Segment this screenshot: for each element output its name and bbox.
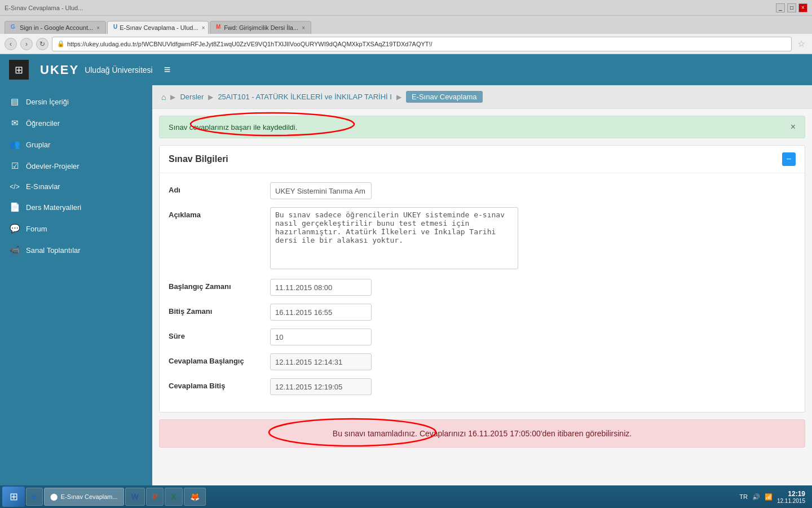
card-collapse-button[interactable]: − bbox=[782, 152, 796, 166]
tab-esnav[interactable]: U E-Sınav Cevaplama - Ulud... × bbox=[107, 21, 209, 34]
gmail-tab-close[interactable]: × bbox=[302, 25, 305, 31]
tray-network-icon: 📶 bbox=[765, 493, 773, 501]
gmail-tab-label: Fwd: Girişimcilik Dersi İla... bbox=[224, 24, 298, 31]
hamburger-button[interactable]: ≡ bbox=[164, 63, 171, 76]
lock-icon: 🔒 bbox=[57, 40, 65, 47]
google-tab-close[interactable]: × bbox=[96, 25, 100, 31]
taskbar-word-item[interactable]: W bbox=[125, 488, 145, 506]
maximize-button[interactable]: □ bbox=[787, 3, 796, 12]
form-row-adi: Adı bbox=[169, 182, 796, 199]
tab-gmail[interactable]: M Fwd: Girişimcilik Dersi İla... × bbox=[210, 21, 311, 34]
word-icon: W bbox=[131, 492, 139, 501]
close-button[interactable]: × bbox=[798, 3, 807, 12]
form-row-sure: Süre bbox=[169, 329, 796, 345]
esinavlar-label: E-Sınavlar bbox=[26, 182, 60, 191]
chrome-icon: ⬤ bbox=[50, 493, 58, 501]
breadcrumb-course[interactable]: 25AIT101 - ATATÜRK İLKELERİ ve İNKILAP T… bbox=[218, 93, 392, 101]
breadcrumb-sep-2: ▶ bbox=[208, 93, 213, 101]
clock-date: 12.11.2015 bbox=[777, 498, 805, 504]
university-name: Uludağ Üniversitesi bbox=[85, 65, 153, 75]
app-wrapper: ⊞ UKEY Uludağ Üniversitesi ≡ ▤ Dersin İç… bbox=[0, 54, 812, 508]
gruplar-label: Gruplar bbox=[26, 141, 50, 149]
value-cevap-bitis bbox=[270, 378, 372, 395]
tray-volume-icon: 🔊 bbox=[752, 493, 760, 501]
back-button[interactable]: ‹ bbox=[5, 38, 17, 50]
sidebar: ▤ Dersin İçeriği ✉ Öğrenciler 👥 Gruplar … bbox=[0, 85, 152, 508]
esnav-tab-close[interactable]: × bbox=[202, 25, 205, 31]
minimize-button[interactable]: _ bbox=[776, 3, 785, 12]
dersin-icerigi-icon: ▤ bbox=[9, 97, 20, 107]
logo-area: UKEY Uludağ Üniversitesi bbox=[40, 63, 153, 77]
clock-time: 12:19 bbox=[777, 490, 805, 498]
sidebar-item-sanal-toplanti[interactable]: 📹 Sanal Toplantılar bbox=[0, 239, 152, 261]
sidebar-item-esinavlar[interactable]: </> E-Sınavlar bbox=[0, 177, 152, 196]
forward-button[interactable]: › bbox=[20, 38, 33, 50]
taskbar-firefox-item[interactable]: 🦊 bbox=[184, 488, 206, 506]
sidebar-toggle-button[interactable]: ⊞ bbox=[9, 60, 29, 80]
browser-window: E-Sınav Cevaplama - Ulud... _ □ × G Sign… bbox=[0, 0, 812, 54]
completion-message: Bu sınavı tamamladınız. Cevaplarınızı 16… bbox=[159, 419, 805, 448]
input-baslangic[interactable] bbox=[270, 279, 372, 296]
label-cevap-bitis: Cevaplama Bitiş bbox=[169, 378, 270, 390]
textarea-aciklama[interactable]: Bu sınav sadece öğrencilerin UKEY sistem… bbox=[270, 207, 518, 269]
label-sure: Süre bbox=[169, 329, 270, 340]
sanal-toplanti-label: Sanal Toplantılar bbox=[26, 246, 81, 255]
ie-icon: e bbox=[32, 492, 37, 501]
windows-logo: ⊞ bbox=[10, 491, 18, 503]
ogrenciler-icon: ✉ bbox=[9, 118, 20, 128]
taskbar-ppt-item[interactable]: P bbox=[146, 488, 164, 506]
breadcrumb-current: E-Sınav Cevaplama bbox=[406, 91, 483, 103]
top-navigation: ⊞ UKEY Uludağ Üniversitesi ≡ bbox=[0, 54, 812, 85]
google-tab-icon: G bbox=[11, 24, 17, 32]
ders-materyalleri-icon: 📄 bbox=[9, 202, 20, 212]
breadcrumb-dersler[interactable]: Dersler bbox=[180, 93, 204, 101]
tab-google[interactable]: G Sign in - Google Account... × bbox=[5, 21, 106, 34]
ders-materyalleri-label: Ders Materyalleri bbox=[26, 203, 81, 212]
window-controls: _ □ × bbox=[776, 3, 807, 12]
card-header: Sınav Bilgileri − bbox=[160, 146, 805, 173]
sidebar-item-dersin-icerigi[interactable]: ▤ Dersin İçeriği bbox=[0, 91, 152, 112]
sidebar-item-ogrenciler[interactable]: ✉ Öğrenciler bbox=[0, 112, 152, 134]
sidebar-item-gruplar[interactable]: 👥 Gruplar bbox=[0, 134, 152, 155]
value-sure bbox=[270, 329, 372, 345]
app-body: ▤ Dersin İçeriği ✉ Öğrenciler 👥 Gruplar … bbox=[0, 85, 812, 508]
sidebar-item-ders-materyalleri[interactable]: 📄 Ders Materyalleri bbox=[0, 196, 152, 218]
address-bar: ‹ › ↻ 🔒 https://ukey.uludag.edu.tr/p!WCB… bbox=[0, 34, 812, 54]
value-bitis bbox=[270, 304, 372, 321]
card-title: Sınav Bilgileri bbox=[169, 154, 228, 164]
input-adi[interactable] bbox=[270, 182, 372, 199]
label-baslangic: Başlangıç Zamanı bbox=[169, 279, 270, 291]
sidebar-item-odevler[interactable]: ☑ Ödevler-Projeler bbox=[0, 155, 152, 177]
gruplar-icon: 👥 bbox=[9, 139, 20, 150]
taskbar-chrome-item[interactable]: ⬤ E-Sınav Cevaplam... bbox=[44, 488, 124, 506]
google-tab-label: Sign in - Google Account... bbox=[20, 24, 93, 31]
value-cevap-baslangic bbox=[270, 353, 372, 370]
bookmark-button[interactable]: ☆ bbox=[795, 38, 807, 50]
form-row-bitis: Bitiş Zamanı bbox=[169, 304, 796, 321]
input-sure[interactable] bbox=[270, 329, 372, 345]
system-clock: 12:19 12.11.2015 bbox=[777, 490, 805, 504]
gmail-tab-icon: M bbox=[216, 24, 222, 32]
ogrenciler-label: Öğrenciler bbox=[26, 119, 60, 128]
value-baslangic bbox=[270, 279, 372, 296]
refresh-button[interactable]: ↻ bbox=[36, 38, 48, 50]
active-tab-title: E-Sınav Cevaplama - Ulud... bbox=[5, 5, 83, 11]
label-bitis: Bitiş Zamanı bbox=[169, 304, 270, 316]
url-bar[interactable]: 🔒 https://ukey.uludag.edu.tr/p!WCBNUVldf… bbox=[52, 37, 792, 51]
taskbar-ie-icon[interactable]: e bbox=[26, 488, 43, 506]
sidebar-item-forum[interactable]: 💬 Forum bbox=[0, 218, 152, 239]
alert-close-button[interactable]: × bbox=[791, 122, 796, 132]
start-button[interactable]: ⊞ bbox=[2, 487, 25, 507]
home-icon[interactable]: ⌂ bbox=[161, 93, 166, 102]
chrome-label: E-Sınav Cevaplam... bbox=[61, 493, 118, 500]
form-row-cevap-baslangic: Cevaplama Başlangıç bbox=[169, 353, 796, 370]
browser-tabs: G Sign in - Google Account... × U E-Sına… bbox=[0, 16, 812, 34]
value-aciklama: Bu sınav sadece öğrencilerin UKEY sistem… bbox=[270, 207, 518, 271]
taskbar-excel-item[interactable]: X bbox=[165, 488, 182, 506]
completion-text: Bu sınavı tamamladınız. Cevaplarınızı 16… bbox=[333, 429, 632, 438]
grid-icon: ⊞ bbox=[15, 64, 23, 76]
input-bitis[interactable] bbox=[270, 304, 372, 321]
ppt-icon: P bbox=[152, 492, 157, 501]
url-text: https://ukey.uludag.edu.tr/p!WCBNUVldfgw… bbox=[67, 41, 433, 47]
forum-label: Forum bbox=[26, 225, 47, 233]
